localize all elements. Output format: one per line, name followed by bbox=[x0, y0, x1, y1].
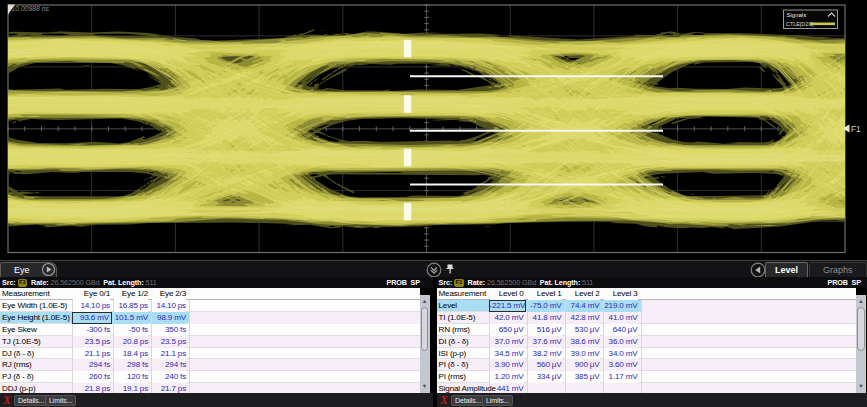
svg-text:F1: F1 bbox=[851, 125, 861, 134]
svg-text:Signals: Signals bbox=[787, 12, 807, 18]
svg-text:CTLE[D2C]: CTLE[D2C] bbox=[786, 21, 814, 27]
svg-text:10.00988 ns: 10.00988 ns bbox=[12, 5, 50, 12]
